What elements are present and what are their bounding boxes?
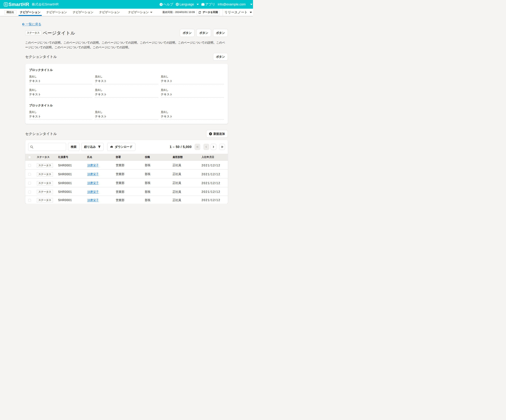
svg-text:?: ? — [160, 3, 162, 6]
